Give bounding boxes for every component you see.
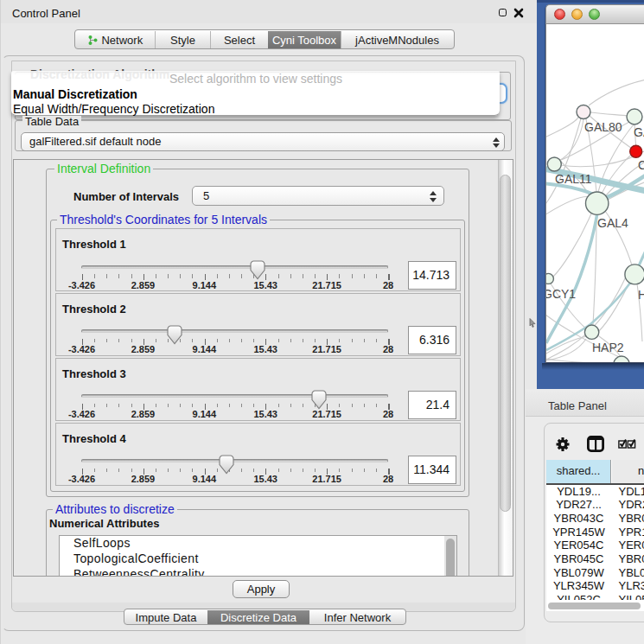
svg-text:H: H [638, 288, 644, 302]
svg-text:CR: CR [638, 158, 644, 172]
svg-text:HAP2: HAP2 [592, 341, 624, 354]
svg-text:GAL11: GAL11 [555, 172, 592, 186]
svg-text:GAL4: GAL4 [597, 216, 628, 230]
svg-text:GAL3: GAL3 [634, 125, 644, 139]
svg-text:GCY1: GCY1 [546, 287, 576, 301]
svg-text:GAL80: GAL80 [584, 120, 622, 134]
